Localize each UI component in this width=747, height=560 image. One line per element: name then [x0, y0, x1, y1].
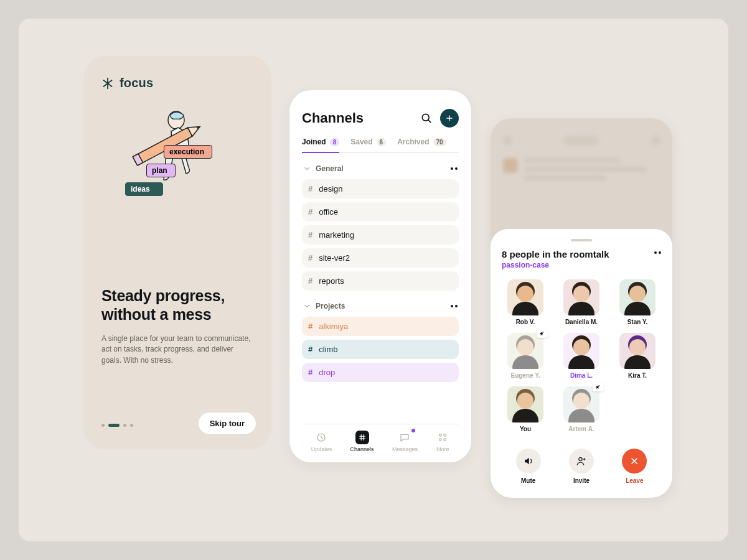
channel-tabs: Joined 8 Saved 6 Archived 70 — [302, 138, 459, 153]
channel-name: drop — [319, 368, 335, 377]
step-ideas: ideas — [125, 182, 163, 196]
participant-name: Dima L. — [570, 372, 593, 379]
participant-card[interactable]: Eugene Y. — [502, 333, 549, 379]
tab-messages-label: Messages — [392, 446, 418, 452]
plus-icon — [445, 114, 454, 123]
clock-icon — [314, 431, 328, 444]
channel-item-climb[interactable]: #climb — [302, 340, 459, 359]
section-projects-label: Projects — [316, 302, 345, 310]
onboarding-headline: Steady progress, without a mess — [101, 287, 253, 324]
tab-joined-count: 8 — [330, 138, 340, 146]
sheet-grabber[interactable] — [571, 239, 592, 241]
participant-name: Rob V. — [516, 319, 535, 325]
channel-name: marketing — [319, 230, 354, 240]
channel-name: alkimiya — [319, 322, 348, 331]
tab-channels-label: Channels — [350, 446, 374, 452]
onboarding-body: A single place for your team to communic… — [101, 334, 251, 366]
add-channel-button[interactable] — [440, 109, 459, 128]
participant-card[interactable]: Kira T. — [614, 333, 661, 379]
hash-icon: # — [308, 345, 312, 354]
channel-name: site-ver2 — [319, 253, 350, 263]
channel-item-alkimiya[interactable]: #alkimiya — [302, 317, 459, 336]
tab-updates[interactable]: Updates — [311, 431, 332, 452]
hash-icon: # — [308, 207, 312, 217]
roomtalk-sheet: 8 people in the roomtalk passion-case Ro… — [491, 229, 672, 498]
participant-card[interactable]: Stan Y. — [614, 279, 661, 325]
tab-channels[interactable]: Channels — [350, 431, 374, 452]
participant-name: Artem A. — [568, 426, 594, 432]
hash-icon: # — [308, 184, 312, 194]
channel-item-site-ver2[interactable]: #site-ver2 — [302, 248, 459, 268]
tab-more[interactable]: More — [436, 431, 449, 452]
channel-item-office[interactable]: #office — [302, 202, 459, 222]
speaker-icon — [523, 455, 534, 467]
skip-tour-button[interactable]: Skip tour — [199, 413, 256, 434]
close-icon — [629, 456, 639, 466]
invite-button[interactable]: Invite — [569, 449, 594, 484]
avatar — [563, 279, 599, 315]
search-icon[interactable] — [420, 112, 433, 124]
dot-1-active — [108, 424, 120, 427]
tab-archived[interactable]: Archived 70 — [397, 138, 446, 152]
hash-icon: # — [308, 276, 312, 286]
hash-icon: # — [308, 322, 312, 331]
participant-name: Daniella M. — [565, 319, 598, 325]
tab-messages[interactable]: Messages — [392, 431, 418, 452]
tab-saved[interactable]: Saved 6 — [350, 138, 386, 152]
channel-item-marketing[interactable]: #marketing — [302, 225, 459, 245]
roomtalk-title: 8 people in the roomtalk — [502, 249, 609, 259]
avatar — [507, 333, 543, 369]
avatar — [619, 279, 655, 315]
user-plus-icon — [576, 455, 587, 467]
avatar — [563, 333, 599, 369]
svg-point-11 — [579, 457, 582, 460]
channel-item-drop[interactable]: #drop — [302, 363, 459, 382]
participant-card[interactable]: Daniella M. — [558, 279, 605, 325]
step-execution: execution — [164, 145, 212, 159]
channel-name: design — [319, 184, 342, 194]
avatar — [619, 333, 655, 369]
channel-item-design[interactable]: #design — [302, 179, 459, 198]
tab-joined-label: Joined — [302, 138, 326, 146]
avatar — [507, 386, 543, 422]
chevron-down-icon — [303, 165, 311, 172]
dot-3 — [130, 424, 133, 427]
leave-button[interactable]: Leave — [622, 449, 647, 484]
participant-name: You — [520, 426, 531, 432]
roomtalk-more-icon[interactable] — [654, 251, 661, 254]
tab-joined[interactable]: Joined 8 — [302, 138, 339, 152]
participant-card[interactable]: Artem A. — [558, 386, 605, 432]
unread-badge — [411, 429, 415, 432]
muted-badge — [593, 383, 604, 391]
tab-saved-label: Saved — [350, 138, 372, 146]
participant-name: Kira T. — [628, 372, 647, 379]
brand-logo-icon — [101, 77, 114, 90]
step-plan: plan — [146, 164, 176, 177]
participant-name: Stan Y. — [627, 319, 648, 325]
roomtalk-subtitle: passion-case — [502, 261, 609, 269]
participant-card[interactable]: You — [502, 386, 549, 432]
section-projects-more-icon[interactable] — [451, 305, 458, 307]
participant-card[interactable]: Dima L. — [558, 333, 605, 379]
channel-item-reports[interactable]: #reports — [302, 271, 459, 291]
participant-name: Eugene Y. — [510, 372, 540, 379]
grid-icon — [436, 431, 449, 444]
mute-button[interactable]: Mute — [516, 449, 541, 484]
participants-grid: Rob V.Daniella M.Stan Y.Eugene Y.Dima L.… — [502, 279, 661, 432]
section-projects-header[interactable]: Projects — [302, 299, 459, 313]
section-general-more-icon[interactable] — [451, 167, 458, 170]
tab-updates-label: Updates — [311, 446, 332, 452]
avatar — [507, 279, 543, 315]
tab-saved-count: 6 — [377, 138, 387, 146]
channels-title: Channels — [302, 110, 364, 126]
section-general-header[interactable]: General — [302, 162, 459, 175]
tab-archived-label: Archived — [397, 138, 429, 146]
headline-line1: Steady progress, — [101, 287, 225, 304]
svg-point-9 — [439, 439, 442, 441]
hash-icon — [355, 431, 369, 444]
bottom-tabbar: Updates Channels Messages More — [302, 424, 459, 454]
screen-roomtalk: 8 people in the roomtalk passion-case Ro… — [491, 118, 672, 498]
participant-card[interactable]: Rob V. — [502, 279, 549, 325]
channel-name: office — [319, 207, 338, 217]
chat-icon — [398, 431, 411, 444]
